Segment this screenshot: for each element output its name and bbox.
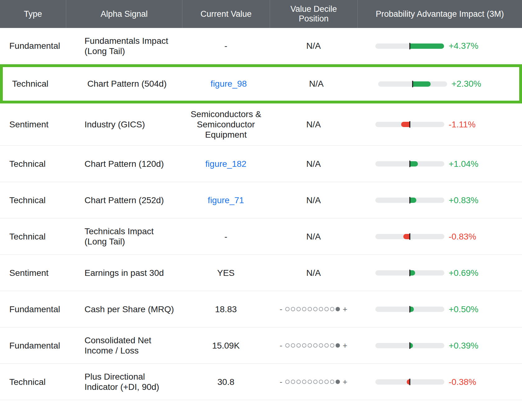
decile-dot <box>302 307 306 311</box>
row-decile: -+ <box>270 299 357 320</box>
row-current-value: figure_71 <box>182 189 270 211</box>
impact-bar-fill <box>410 307 414 312</box>
impact-bar-baseline-tick <box>410 306 410 313</box>
decile-dot <box>291 380 295 384</box>
row-impact: +0.83% <box>357 189 522 211</box>
table-row[interactable]: TechnicalChart Pattern (252d)figure_71N/… <box>0 182 522 218</box>
figure-link[interactable]: figure_71 <box>208 195 244 205</box>
column-header: Probability Advantage Impact (3M) <box>357 0 522 28</box>
row-type: Technical <box>0 371 66 393</box>
impact-bar-track <box>375 379 444 385</box>
row-impact: +0.69% <box>357 262 522 284</box>
decile-dot <box>324 380 329 384</box>
table-row[interactable]: FundamentalFundamentals Impact (Long Tai… <box>0 28 522 64</box>
row-impact: -0.83% <box>357 226 522 247</box>
impact-bar-fill <box>410 43 444 49</box>
row-signal: Cash per Share (MRQ) <box>66 299 182 320</box>
row-type: Technical <box>3 73 69 94</box>
row-signal: Chart Pattern (120d) <box>66 153 182 175</box>
plus-sign: + <box>343 341 347 350</box>
row-signal: Earnings in past 30d <box>66 262 182 284</box>
table-row[interactable]: FundamentalConsolidated Net Income / Los… <box>0 327 522 364</box>
plus-sign: + <box>343 377 347 387</box>
decile-dot <box>296 343 301 348</box>
decile-dot <box>302 343 306 348</box>
decile-dot <box>313 307 318 311</box>
decile-dot <box>285 343 290 348</box>
impact-bar-track <box>375 270 444 276</box>
impact-bar-fill <box>401 122 410 127</box>
decile-dot <box>302 380 306 384</box>
figure-link[interactable]: figure_98 <box>211 79 247 89</box>
decile-dot <box>319 307 323 311</box>
impact-bar-baseline-tick <box>410 270 410 276</box>
table-row[interactable]: TechnicalChart Pattern (504d)figure_98N/… <box>0 64 522 103</box>
impact-bar-track <box>375 161 444 167</box>
row-decile: N/A <box>270 153 357 175</box>
decile-dots: -+ <box>277 341 350 350</box>
decile-dots: -+ <box>277 377 350 387</box>
table-row[interactable]: TechnicalChart Pattern (120d)figure_182N… <box>0 146 522 182</box>
impact-bar-baseline-tick <box>412 81 413 87</box>
row-current-value: 15.09K <box>182 335 270 356</box>
row-signal: Chart Pattern (252d) <box>66 189 182 211</box>
row-impact: +0.50% <box>357 299 522 320</box>
decile-dot <box>319 343 323 348</box>
table-row[interactable]: TechnicalTechnicals Impact (Long Tail)-N… <box>0 218 522 255</box>
column-header: Type <box>0 0 66 28</box>
decile-dot <box>296 307 301 311</box>
row-decile: -+ <box>270 335 357 356</box>
table-row[interactable]: TechnicalPlus Directional Indicator (+DI… <box>0 364 522 400</box>
table-row[interactable]: FundamentalCash per Share (MRQ)18.83-++0… <box>0 291 522 327</box>
table-header: TypeAlpha SignalCurrent ValueValue Decil… <box>0 0 522 28</box>
row-type: Fundamental <box>0 35 66 57</box>
row-type: Technical <box>0 189 66 211</box>
impact-bar-track <box>375 198 444 203</box>
row-current-value: YES <box>182 262 270 284</box>
impact-value: +0.83% <box>449 195 478 205</box>
row-current-value: figure_182 <box>182 153 270 175</box>
impact-bar-baseline-tick <box>410 233 410 240</box>
row-current-value: - <box>182 226 270 247</box>
table-row[interactable]: SentimentEarnings in past 30dYESN/A+0.69… <box>0 255 522 291</box>
row-signal: Consolidated Net Income / Loss <box>66 330 182 361</box>
row-type: Sentiment <box>0 114 66 135</box>
row-signal: Chart Pattern (504d) <box>69 73 185 94</box>
impact-bar-fill <box>410 161 418 167</box>
table-row[interactable]: SentimentIndustry (GICS)Semiconductors &… <box>0 103 522 146</box>
row-type: Sentiment <box>0 262 66 284</box>
impact-bar-fill <box>413 81 431 87</box>
impact-bar-track <box>375 307 444 312</box>
row-signal: Industry (GICS) <box>66 114 182 135</box>
decile-dot <box>330 343 334 348</box>
row-type: Technical <box>0 153 66 175</box>
impact-value: -0.83% <box>449 231 476 242</box>
minus-sign: - <box>280 377 282 387</box>
decile-dot <box>308 307 312 311</box>
plus-sign: + <box>343 304 347 314</box>
impact-bar-fill <box>410 343 413 348</box>
figure-link[interactable]: figure_182 <box>205 159 246 169</box>
column-header: Current Value <box>182 0 270 28</box>
impact-value: +0.50% <box>449 304 478 314</box>
decile-dot <box>285 380 290 384</box>
row-decile: N/A <box>270 262 357 284</box>
impact-value: +1.04% <box>449 159 478 169</box>
impact-value: -0.38% <box>449 377 476 387</box>
decile-dot <box>336 343 340 348</box>
row-impact: +0.39% <box>357 335 522 356</box>
decile-dot <box>291 307 295 311</box>
impact-value: +2.30% <box>451 79 481 89</box>
row-current-value: 30.8 <box>182 371 270 393</box>
impact-value: +0.69% <box>449 268 478 278</box>
decile-dot <box>336 307 340 311</box>
row-impact: +1.04% <box>357 153 522 175</box>
row-impact: -0.38% <box>357 371 522 393</box>
row-type: Technical <box>0 226 66 247</box>
impact-bar-track <box>375 234 444 239</box>
decile-dot <box>330 307 334 311</box>
impact-bar-track <box>375 43 444 49</box>
row-impact: +4.37% <box>357 35 522 57</box>
row-signal: Technicals Impact (Long Tail) <box>66 221 182 252</box>
decile-dot <box>291 343 295 348</box>
